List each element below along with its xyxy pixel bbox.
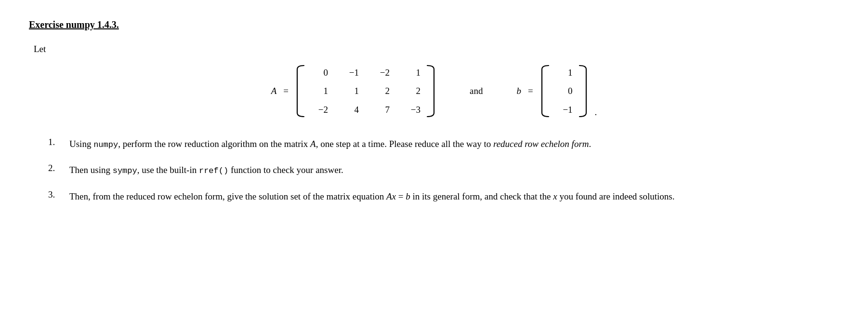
item-3-text: Then, from the reduced row echelon form,… [69, 189, 674, 203]
matrix-b-bracket-wrap: 1 0 −1 [540, 63, 588, 120]
exercise-list: 1. Using numpy, perform the row reductio… [48, 137, 839, 203]
matrix-b-content: 1 0 −1 [552, 63, 577, 120]
period: . [595, 107, 597, 118]
left-bracket-A [295, 65, 306, 118]
cell-A-2-1: 4 [342, 102, 359, 118]
matrix-A-label: A [271, 86, 277, 96]
matrix-A-expr: A = 0 −1 −2 1 1 1 2 2 −2 4 7 −3 [271, 63, 436, 120]
cell-b-0-0: 1 [555, 65, 573, 80]
matrix-A-bracket-wrap: 0 −1 −2 1 1 1 2 2 −2 4 7 −3 [295, 63, 436, 120]
cell-b-2-0: −1 [555, 102, 573, 118]
cell-A-1-2: 2 [372, 83, 390, 99]
item-1-number: 1. [48, 137, 62, 147]
cell-b-1-0: 0 [555, 83, 573, 99]
list-item-2: 2. Then using sympy, use the built-in rr… [48, 163, 839, 177]
item-3-number: 3. [48, 189, 62, 200]
matrix-b-label: b [516, 86, 521, 96]
cell-A-0-3: 1 [403, 65, 421, 80]
right-bracket-A [425, 65, 436, 118]
intro-let: Let [34, 44, 839, 54]
left-bracket-b [540, 65, 551, 118]
exercise-title: Exercise numpy 1.4.3. [29, 19, 839, 30]
cell-A-1-3: 2 [403, 83, 421, 99]
cell-A-2-0: −2 [311, 102, 328, 118]
item-2-number: 2. [48, 163, 62, 173]
list-item-1: 1. Using numpy, perform the row reductio… [48, 137, 839, 151]
matrix-b-expr: b = 1 0 −1 . [516, 63, 597, 120]
conjunction-text: and [470, 86, 483, 96]
matrix-A-content: 0 −1 −2 1 1 1 2 2 −2 4 7 −3 [307, 63, 424, 120]
matrices-row: A = 0 −1 −2 1 1 1 2 2 −2 4 7 −3 [29, 63, 839, 120]
cell-A-2-3: −3 [403, 102, 421, 118]
cell-A-0-0: 0 [311, 65, 328, 80]
cell-A-2-2: 7 [372, 102, 390, 118]
cell-A-0-2: −2 [372, 65, 390, 80]
list-item-3: 3. Then, from the reduced row echelon fo… [48, 189, 839, 203]
equals-sign-A: = [283, 86, 289, 96]
cell-A-0-1: −1 [342, 65, 359, 80]
equals-sign-b: = [528, 86, 533, 96]
item-2-text: Then using sympy, use the built-in rref(… [69, 163, 343, 177]
cell-A-1-1: 1 [342, 83, 359, 99]
cell-A-1-0: 1 [311, 83, 328, 99]
item-1-text: Using numpy, perform the row reduction a… [69, 137, 591, 151]
right-bracket-b [578, 65, 588, 118]
